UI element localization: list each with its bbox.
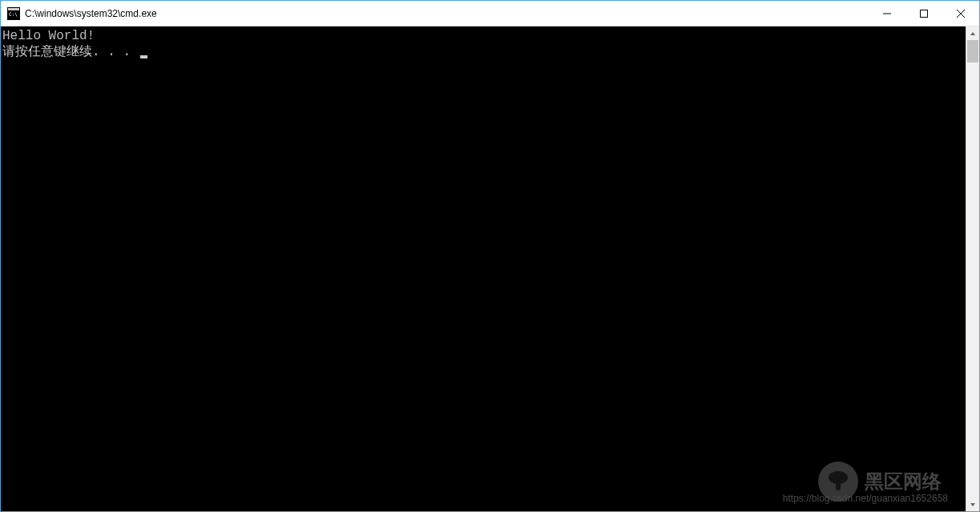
- titlebar[interactable]: C:\ C:\windows\system32\cmd.exe: [1, 1, 979, 26]
- cmd-window: C:\ C:\windows\system32\cmd.exe Hello Wo…: [0, 0, 980, 512]
- scroll-up-button[interactable]: [966, 26, 979, 40]
- maximize-button[interactable]: [905, 1, 942, 26]
- vertical-scrollbar[interactable]: [966, 26, 979, 511]
- terminal[interactable]: Hello World! 请按任意键继续. . . 黑区网络 https://b…: [1, 26, 966, 511]
- scroll-down-button[interactable]: [966, 498, 979, 511]
- svg-rect-1: [8, 8, 19, 10]
- svg-text:C:\: C:\: [9, 11, 18, 17]
- svg-rect-8: [836, 481, 841, 490]
- cmd-icon: C:\: [7, 7, 20, 20]
- window-title: C:\windows\system32\cmd.exe: [25, 8, 869, 19]
- cursor-icon: [140, 55, 147, 58]
- mushroom-icon: [818, 462, 858, 502]
- minimize-button[interactable]: [869, 1, 905, 26]
- svg-rect-4: [921, 10, 928, 17]
- terminal-line: 请按任意键继续. . .: [2, 44, 966, 60]
- watermark-logo: 黑区网络: [818, 462, 942, 502]
- terminal-text: 请按任意键继续. . .: [2, 45, 139, 59]
- scrollbar-thumb[interactable]: [967, 40, 978, 62]
- terminal-line: Hello World!: [2, 28, 966, 44]
- watermark-url: https://blog.csdn.net/guanxian1652658: [783, 490, 948, 506]
- terminal-container: Hello World! 请按任意键继续. . . 黑区网络 https://b…: [1, 26, 979, 511]
- window-controls: [869, 1, 979, 26]
- svg-point-7: [829, 471, 848, 484]
- close-button[interactable]: [942, 1, 979, 26]
- watermark-brand: 黑区网络: [865, 474, 942, 490]
